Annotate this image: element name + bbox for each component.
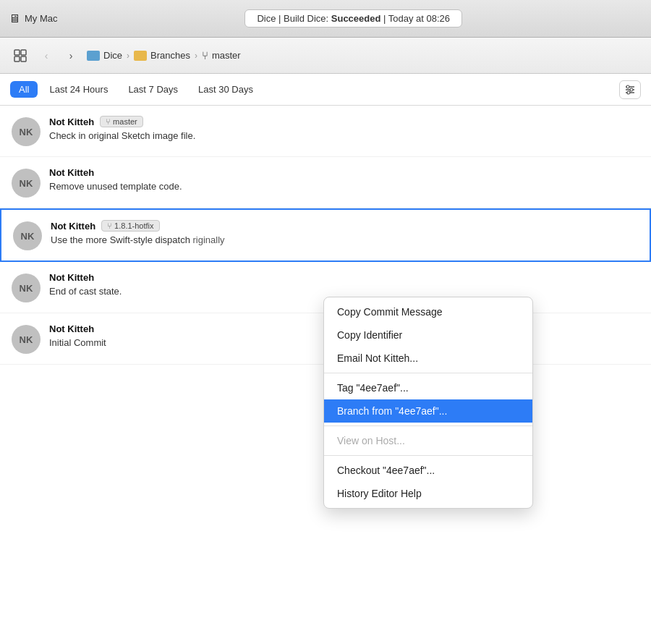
commit-message: Check in original Sketch image file. [49,130,639,141]
menu-checkout[interactable]: Checkout "4ee7aef"... [324,459,532,482]
breadcrumb-sep-1: › [127,51,129,61]
breadcrumb-sep-2: › [195,51,197,61]
breadcrumb-branches-label: Branches [150,50,190,61]
avatar: NK [12,274,41,302]
commit-message: Remove unused template code. [49,181,639,192]
branch-tag: ⑂ 1.8.1-hotfix [101,220,159,232]
title-bar-center: Dice | Build Dice: Succeeded | Today at … [65,9,643,27]
commit-content: Not Kitteh ⑂ 1.8.1-hotfix Use the more S… [51,220,638,245]
filter-all-button[interactable]: All [10,81,38,98]
menu-branch-from[interactable]: Branch from "4ee7aef"... [324,399,532,423]
breadcrumb: Dice › Branches › ⑂ master [87,49,241,62]
menu-tag[interactable]: Tag "4ee7aef"... [324,376,532,399]
commit-author-line: Not Kitteh ⑂ master [49,116,639,127]
branch-icon: ⑂ [202,49,208,62]
commit-message: End of cast state. [49,286,639,297]
commit-author: Not Kitteh [49,323,94,334]
svg-rect-3 [21,56,26,62]
commit-item[interactable]: NK Not Kitteh ⑂ master Check in original… [0,106,651,157]
commit-author: Not Kitteh [51,221,95,232]
breadcrumb-dice[interactable]: Dice [87,50,122,61]
commit-content: Not Kitteh ⑂ master Check in original Sk… [49,116,639,141]
breadcrumb-master-label: master [212,50,241,61]
svg-rect-1 [21,50,26,55]
filter-24h-button[interactable]: Last 24 Hours [41,81,116,98]
menu-divider-1 [324,373,532,373]
commit-author-line: Not Kitteh ⑂ 1.8.1-hotfix [51,220,638,232]
avatar: NK [13,221,42,250]
fork-icon: ⑂ [106,117,111,126]
filter-options-button[interactable] [619,80,641,99]
svg-rect-0 [14,50,20,55]
svg-rect-2 [14,56,20,62]
menu-copy-identifier[interactable]: Copy Identifier [324,323,532,347]
fork-icon: ⑂ [107,221,112,230]
menu-history-editor-help[interactable]: History Editor Help [324,482,532,505]
commit-message: Use the more Swift-style dispatch rigina… [51,234,638,245]
forward-button[interactable]: › [62,47,80,64]
commit-author: Not Kitteh [49,167,94,178]
device-label-area: 🖥 My Mac [9,12,58,25]
svg-point-9 [627,91,630,94]
svg-point-7 [626,85,629,88]
commit-author: Not Kitteh [49,272,94,283]
breadcrumb-master[interactable]: ⑂ master [202,49,241,62]
back-button[interactable]: ‹ [38,47,55,64]
commit-author-line: Not Kitteh [49,167,639,178]
avatar: NK [12,169,41,198]
menu-copy-commit-message[interactable]: Copy Commit Message [324,300,532,323]
folder-branches-icon [134,51,147,61]
title-bar: 🖥 My Mac Dice | Build Dice: Succeeded | … [0,0,651,38]
filter-bar: All Last 24 Hours Last 7 Days Last 30 Da… [0,74,651,106]
menu-email[interactable]: Email Not Kitteh... [324,347,532,370]
avatar: NK [12,325,41,354]
breadcrumb-dice-label: Dice [103,50,122,61]
folder-dice-icon [87,51,100,61]
commit-author: Not Kitteh [49,116,94,127]
svg-point-8 [630,88,633,91]
grid-view-button[interactable] [10,46,30,66]
menu-divider-2 [324,425,532,426]
branch-tag: ⑂ master [100,116,143,127]
window-title: Dice | Build Dice: Succeeded | Today at … [244,9,462,27]
commit-item-selected[interactable]: NK Not Kitteh ⑂ 1.8.1-hotfix Use the mor… [0,208,651,262]
filter-7d-button[interactable]: Last 7 Days [119,81,187,98]
filter-30d-button[interactable]: Last 30 Days [190,81,262,98]
commit-content: Not Kitteh Remove unused template code. [49,167,639,192]
menu-view-on-host: View on Host... [324,429,532,452]
commit-author-line: Not Kitteh [49,272,639,283]
commit-content: Not Kitteh End of cast state. [49,272,639,297]
breadcrumb-branches[interactable]: Branches [134,50,190,61]
branch-tag-label: master [113,117,137,126]
commit-item[interactable]: NK Not Kitteh Remove unused template cod… [0,157,651,208]
toolbar: ‹ › Dice › Branches › ⑂ master [0,38,651,74]
monitor-icon: 🖥 [9,12,20,25]
menu-divider-3 [324,455,532,456]
context-menu: Copy Commit Message Copy Identifier Emai… [323,297,533,509]
device-label: My Mac [25,13,58,24]
branch-tag-label: 1.8.1-hotfix [114,221,153,230]
avatar: NK [12,117,41,146]
